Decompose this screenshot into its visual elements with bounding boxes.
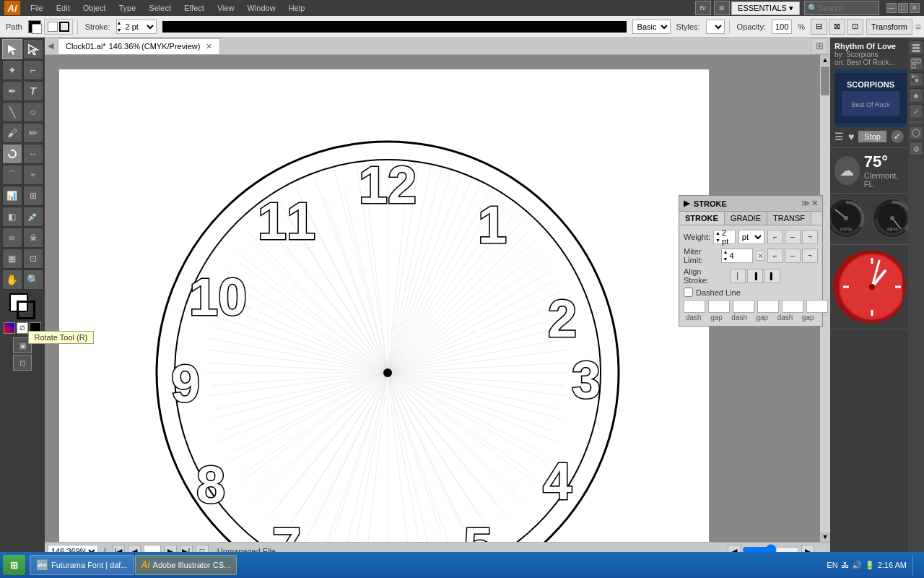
menu-object[interactable]: Object <box>77 2 112 14</box>
align-btn-1[interactable]: ⊟ <box>811 19 827 35</box>
reshape-tool[interactable]: ⌒ <box>2 165 22 185</box>
menu-edit[interactable]: Edit <box>51 2 76 14</box>
direct-selection-tool[interactable] <box>23 39 43 59</box>
artboard-tool[interactable]: ⊡ <box>23 249 43 269</box>
scroll-down-btn[interactable]: ▼ <box>820 532 830 542</box>
transform-button[interactable]: Transform <box>866 19 912 35</box>
pen-tool[interactable]: ✒ <box>2 81 22 101</box>
taskbar-item-futurama[interactable]: 🔤 Futurama Font | daf... <box>30 555 134 575</box>
nav-left-btn[interactable]: ◀ <box>728 545 741 553</box>
music-stop-btn[interactable]: Stop <box>858 131 886 142</box>
menu-view[interactable]: View <box>212 2 240 14</box>
miter-spinner[interactable]: ▲ ▼ <box>723 249 728 263</box>
full-screen-btn[interactable]: ⊡ <box>13 355 32 371</box>
type-tool[interactable]: T <box>23 81 43 101</box>
transform-tab[interactable]: TRANSF <box>767 212 811 225</box>
rotate-tool[interactable]: Rotate Tool (R) <box>2 144 22 164</box>
none-mode-btn[interactable]: ∅ <box>17 322 28 334</box>
scale-tool[interactable]: ↔ <box>23 144 43 164</box>
add-page-btn[interactable]: □ <box>196 545 209 553</box>
panel-close-icon[interactable]: ✕ <box>811 199 818 208</box>
tab-close-btn[interactable]: ✕ <box>206 42 212 51</box>
graph-tool[interactable]: 📊 <box>2 186 22 206</box>
dash-input-3[interactable] <box>782 300 803 313</box>
maximize-button[interactable]: □ <box>898 3 908 13</box>
join-btn-1[interactable]: ⌐ <box>767 249 783 263</box>
brush-icon[interactable]: ✓ <box>909 104 923 118</box>
taskbar-show-desktop-btn[interactable] <box>912 555 917 575</box>
menu-effect[interactable]: Effect <box>178 2 210 14</box>
close-button[interactable]: ✕ <box>910 3 920 13</box>
fill-stroke-selector[interactable] <box>9 293 35 319</box>
menu-select[interactable]: Select <box>143 2 177 14</box>
selection-tool[interactable] <box>2 39 22 59</box>
mesh-tool[interactable]: ⊞ <box>23 186 43 206</box>
cap-btn-2[interactable]: ─ <box>785 230 801 244</box>
dash-input-2[interactable] <box>733 300 754 313</box>
panel-header[interactable]: ▶ STROKE ≫ ✕ <box>679 196 822 212</box>
blend-tool[interactable]: ∞ <box>2 228 22 248</box>
bridge-icon[interactable]: Br <box>695 1 711 15</box>
nav-right-btn[interactable]: ▶ <box>801 545 814 553</box>
tab-left-arrow[interactable]: ◀ <box>48 38 58 54</box>
symbols-icon[interactable]: ♣ <box>909 88 923 103</box>
stroke-box[interactable] <box>59 22 69 32</box>
stroke-swatch[interactable] <box>17 301 35 319</box>
artboards-icon[interactable] <box>909 56 923 71</box>
workspace-icon[interactable]: ⊞ <box>714 1 730 15</box>
miter-input[interactable]: ▲ ▼ 4 <box>721 249 754 263</box>
line-tool[interactable]: ╲ <box>2 102 22 122</box>
align-btn-2[interactable]: ⊠ <box>829 19 845 35</box>
weight-input[interactable]: ▲ ▼ 2 pt <box>713 230 736 244</box>
weight-spinner[interactable]: ▲ ▼ <box>715 230 720 244</box>
stroke-tab[interactable]: STROKE <box>679 212 725 225</box>
gap-input-2[interactable] <box>757 300 779 313</box>
scroll-up-btn[interactable]: ▲ <box>820 55 830 65</box>
gap-input-3[interactable] <box>806 300 828 313</box>
weight-unit-select[interactable]: pt <box>738 230 764 244</box>
arrange-panels-btn[interactable]: ⊞ <box>811 38 827 54</box>
first-page-btn[interactable]: |◀ <box>112 545 125 553</box>
cap-btn-3[interactable]: ¬ <box>802 230 818 244</box>
align-btn-3[interactable]: ⊡ <box>847 19 863 35</box>
menu-type[interactable]: Type <box>113 2 142 14</box>
lasso-tool[interactable]: ⌐ <box>23 60 43 80</box>
symbol-tool[interactable]: ※ <box>23 228 43 248</box>
toolbar-expand-icon[interactable]: ≡ <box>915 21 921 33</box>
menu-window[interactable]: Window <box>242 2 282 14</box>
search-input[interactable] <box>818 4 876 12</box>
gap-input-1[interactable] <box>708 300 730 313</box>
color-mode-btn[interactable] <box>4 322 15 334</box>
circle-icon[interactable] <box>909 126 923 140</box>
hand-tool[interactable]: ✋ <box>2 269 22 290</box>
cap-btn-1[interactable]: ⌐ <box>767 230 783 244</box>
align-center-btn[interactable]: │ <box>730 269 746 283</box>
join-btn-3[interactable]: ¬ <box>802 249 818 263</box>
stroke-unit-select[interactable] <box>141 22 156 32</box>
join-btn-2[interactable]: ─ <box>785 249 801 263</box>
minimize-button[interactable]: — <box>886 3 897 13</box>
gradient-tab[interactable]: GRADIE <box>725 212 767 225</box>
stroke-spinner[interactable]: ▲ ▼ <box>117 20 123 34</box>
next-page-btn[interactable]: ▶ <box>164 545 177 553</box>
swatches-icon[interactable] <box>909 72 923 87</box>
miter-clear-btn[interactable]: ✕ <box>756 251 764 261</box>
settings-icon[interactable]: ⚙ <box>909 142 923 156</box>
fill-box[interactable] <box>48 22 58 32</box>
opacity-input[interactable]: 100 <box>772 20 792 34</box>
paintbrush-tool[interactable]: 🖌 <box>2 123 22 143</box>
warp-tool[interactable]: ≈ <box>23 165 43 185</box>
brush-select[interactable]: Basic <box>632 20 671 34</box>
panel-more-btn[interactable]: ≫ <box>801 199 810 208</box>
layers-icon[interactable] <box>909 40 923 55</box>
gradient-tool[interactable]: ◧ <box>2 207 22 227</box>
document-tab[interactable]: Clock01.ai* 146.36% (CMYK/Preview) ✕ <box>58 38 220 54</box>
zoom-select[interactable]: 146.369% <box>48 545 98 553</box>
music-menu-btn[interactable]: ☰ <box>834 131 844 142</box>
music-heart-btn[interactable]: ♥ <box>848 131 854 142</box>
last-page-btn[interactable]: ▶| <box>180 545 193 553</box>
pencil-tool[interactable]: ✏ <box>23 123 43 143</box>
stroke-width-input[interactable]: ▲ ▼ 2 pt <box>116 20 157 34</box>
menu-file[interactable]: File <box>25 2 49 14</box>
stroke-selector[interactable] <box>44 19 73 35</box>
